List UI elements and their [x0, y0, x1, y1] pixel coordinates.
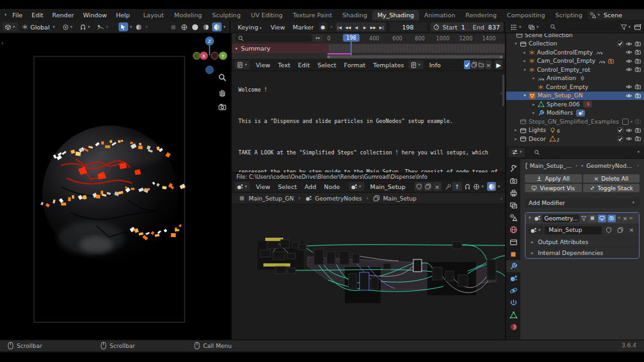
checkbox-unchecked-icon[interactable] [622, 119, 629, 125]
next-keyframe-button[interactable]: ▶▶ [369, 22, 377, 31]
breadcrumb-object[interactable]: Main_Setup_... [530, 163, 572, 169]
current-frame-field[interactable]: 198 [390, 22, 427, 31]
playhead-line[interactable] [351, 42, 352, 55]
outliner-row-decor[interactable]: ▸ Decor 2 [506, 135, 644, 144]
outliner-filter-button[interactable]: ▾ [620, 24, 632, 31]
camera-restrict-icon[interactable] [634, 66, 641, 73]
breadcrumb-object[interactable]: Main_Setup_GN [249, 195, 293, 202]
outliner-row-steps-gn-simplified[interactable]: Steps_GN_Simplified_Examples ▾ [506, 117, 644, 126]
node-group-name[interactable]: Main_Setup [545, 226, 602, 234]
shading-solid-button[interactable] [190, 22, 200, 31]
breadcrumb-modifier[interactable]: GeometryNodes [315, 195, 362, 202]
outliner-display-mode-dropdown[interactable]: ▾ [509, 22, 524, 31]
properties-tab-scene[interactable] [506, 211, 520, 224]
checkbox-icon[interactable] [617, 136, 623, 142]
gizmo-toggle[interactable] [134, 22, 144, 31]
camera-restrict-icon[interactable] [634, 40, 641, 47]
open-file-icon[interactable] [478, 60, 484, 69]
properties-search-input[interactable] [531, 148, 632, 156]
auto-keying-button[interactable]: ● [319, 22, 327, 31]
properties-tab-constraints[interactable] [506, 297, 520, 309]
axis-z-negative[interactable] [206, 66, 213, 74]
menu-view[interactable]: View [267, 24, 289, 31]
end-frame-value[interactable]: 837 [488, 24, 501, 31]
camera-restrict-icon[interactable] [634, 83, 641, 90]
zoom-tool-icon[interactable] [218, 73, 227, 82]
workspace-tab-layout[interactable]: Layout [138, 10, 169, 21]
menu-view[interactable]: View [252, 183, 274, 190]
outliner-row-control-empty-rot[interactable]: ▾ Control_Empty_rot [506, 65, 644, 74]
outliner-row-cam-control-empty[interactable]: ▸ Cam_Control_Empty [506, 57, 644, 66]
properties-tab-material[interactable] [506, 321, 520, 333]
go-to-parent-tree-button[interactable]: ↑ [452, 182, 462, 191]
snapping-magnet-icon[interactable] [464, 183, 471, 190]
editor-type-button[interactable]: ▾ [235, 60, 250, 69]
jump-to-start-button[interactable]: |◀ [336, 22, 344, 31]
camera-restrict-icon[interactable] [634, 58, 641, 65]
play-button[interactable]: ▶ [361, 22, 369, 31]
unlink-text-icon[interactable]: × [485, 60, 491, 69]
chevron-down-icon[interactable]: ▾ [598, 13, 600, 17]
workspace-tab-texture-paint[interactable]: Texture Paint [288, 10, 337, 21]
pin-icon[interactable] [445, 183, 452, 190]
workspace-tab-scripting[interactable]: Scripting [550, 10, 588, 21]
outliner-row-audiocontrolempty[interactable]: ▸ AudioControlEmpty [506, 48, 644, 57]
eye-icon[interactable] [625, 83, 632, 90]
timeline-scrollbar[interactable] [327, 55, 503, 58]
add-modifier-dropdown[interactable]: Add Modifier▾ [525, 198, 640, 208]
eye-icon[interactable] [625, 49, 632, 56]
sidebar-collapse-icon[interactable]: ‹ [500, 90, 503, 97]
menu-view[interactable]: View [252, 62, 274, 69]
properties-options-dropdown[interactable]: ▾ [638, 150, 640, 154]
eye-icon[interactable] [625, 92, 632, 99]
outliner-row-collection[interactable]: ▾ Collection [506, 40, 644, 49]
axis-x-negative[interactable] [211, 53, 219, 60]
timeline-search-input[interactable] [235, 35, 312, 42]
outliner-row-animation[interactable]: ▸ Animation [506, 74, 644, 83]
menu-select[interactable]: Select [313, 62, 340, 69]
duplicate-tree-icon[interactable] [424, 182, 432, 191]
navigation-gizmo[interactable]: Z X Y [194, 37, 227, 74]
workspace-tab-shading[interactable]: Shading [337, 10, 372, 21]
camera-restrict-icon[interactable] [634, 127, 641, 134]
workspace-tab-my-shading[interactable]: My_Shading [372, 10, 419, 21]
pin-icon[interactable] [637, 162, 640, 169]
text-editor-content[interactable]: Welcome ! This is a "Dispense and slide … [232, 71, 505, 172]
drag-handle-icon[interactable]: ≡ [629, 215, 633, 221]
shading-wireframe-button[interactable] [179, 22, 189, 31]
toolbar-expand-icon[interactable]: › [1, 40, 4, 46]
editor-type-button[interactable]: ▾ [509, 148, 525, 157]
scene-name[interactable]: Scene [601, 12, 644, 19]
menu-format[interactable]: Format [340, 62, 369, 69]
checkbox-icon[interactable] [617, 127, 623, 133]
workspace-tab-modeling[interactable]: Modeling [169, 10, 207, 21]
menu-templates[interactable]: Templates [369, 62, 408, 69]
funnel-icon[interactable] [581, 215, 587, 222]
properties-tab-world[interactable] [506, 224, 520, 236]
camera-view-icon[interactable] [218, 103, 227, 111]
apply-all-button[interactable]: Apply All [525, 174, 582, 183]
start-frame-value[interactable]: 1 [461, 24, 470, 31]
overlay-toggle[interactable] [487, 182, 495, 191]
section-output-attributes[interactable]: ▸ Output Attributes [525, 236, 639, 247]
playhead-frame-badge[interactable]: 198 [343, 34, 359, 42]
outliner-row-main-setup-gn[interactable]: ▾ Main_Setup_GN [506, 92, 644, 101]
unlink-icon[interactable]: × [627, 226, 636, 234]
menu-node[interactable]: Node [320, 183, 344, 190]
duplicate-text-icon[interactable] [471, 60, 477, 69]
workspace-tab-compositing[interactable]: Compositing [502, 10, 550, 21]
snap-mode-dropdown[interactable]: ▾ [473, 183, 484, 190]
camera-restrict-icon[interactable] [634, 118, 641, 125]
breadcrumb-modifier[interactable]: GeometryNod... [586, 163, 632, 169]
modifier-panel-header[interactable]: ▾ Geometry... ▾ × ≡ [525, 213, 639, 224]
text-datablock-name[interactable]: Info [425, 60, 463, 69]
node-tree-name[interactable]: Main_Setup [367, 182, 414, 191]
pan-hand-icon[interactable] [218, 88, 227, 97]
realtime-toggle[interactable] [598, 215, 606, 222]
properties-tab-render[interactable] [506, 175, 520, 187]
edit-mode-toggle[interactable] [588, 215, 597, 222]
properties-tab-output[interactable] [506, 187, 520, 199]
outliner-row-sphere-006[interactable]: ▸ Sphere.006 [506, 100, 644, 109]
render-toggle[interactable] [607, 215, 616, 222]
duplicate-icon[interactable] [615, 226, 625, 234]
